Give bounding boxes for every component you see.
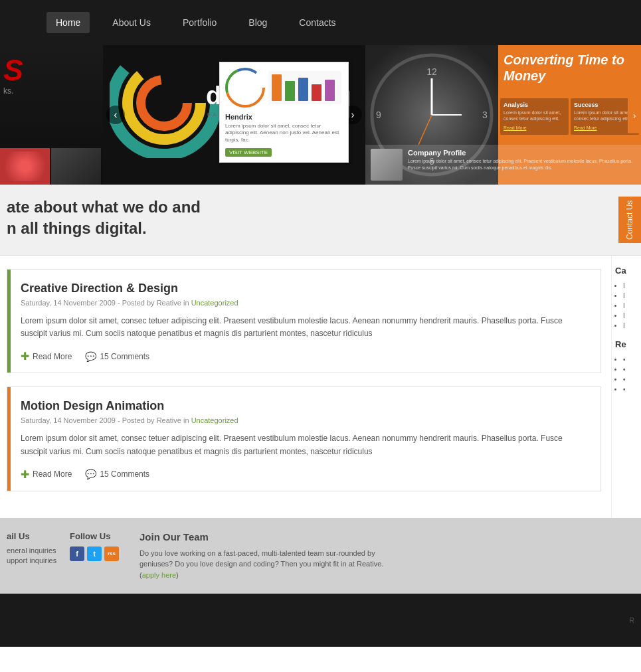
read-more-icon-2: ✚ (21, 468, 29, 481)
post-2-meta: Saturday, 14 November 2009 - Posted by R… (21, 416, 589, 424)
sidebar-cat-item: I (623, 322, 641, 329)
hero-card-analysis: Analysis Lorem ipsum dolor sit amet, con… (500, 98, 569, 135)
hero-brand-sub: ks. (3, 86, 13, 96)
svg-rect-11 (325, 80, 335, 101)
footer-join-text: Do you love working on a fast-paced, mul… (139, 548, 405, 581)
post-1-footer: ✚ Read More 💬 15 Comments (21, 350, 589, 363)
footer-facebook-btn[interactable]: f (70, 546, 84, 561)
footer-social-icons: f t rss (70, 546, 130, 561)
hero-slider: S ks. TOP M devire EASY WEB DEVELOPMENT … (0, 45, 641, 185)
read-more-icon-1: ✚ (21, 350, 29, 363)
hero-left-image-strip (0, 148, 103, 185)
post-2-body: Lorem ipsum dolor sit amet, consec tetue… (21, 432, 589, 458)
footer-support-link[interactable]: upport inquiries (7, 556, 60, 564)
comment-icon-1: 💬 (85, 351, 96, 362)
post-1-title: Creative Direction & Design (21, 282, 589, 295)
recent-heading: Re (615, 339, 641, 349)
footer: ail Us eneral inquiries upport inquiries… (0, 518, 641, 594)
post-1-color-bar (7, 270, 11, 373)
post-2: Motion Design Animation Saturday, 14 Nov… (7, 386, 601, 491)
hero-side-arrow[interactable]: › (628, 97, 641, 133)
hero-brand-letter: S (3, 55, 23, 85)
post-1-read-more[interactable]: ✚ Read More (21, 350, 72, 363)
nav-about[interactable]: About Us (103, 12, 160, 33)
post-2-footer: ✚ Read More 💬 15 Comments (21, 468, 589, 481)
footer-email-col: ail Us eneral inquiries upport inquiries (7, 531, 60, 566)
svg-text:3: 3 (482, 110, 488, 120)
post-1-meta: Saturday, 14 November 2009 - Posted by R… (21, 299, 589, 307)
hero-right-panel: 12 3 6 9 Converting Time to Money Analys… (365, 45, 641, 185)
main-layout: Creative Direction & Design Saturday, 14… (0, 256, 641, 518)
sidebar-cat-item: I (623, 312, 641, 319)
hero-time-heading: Converting Time to Money (498, 45, 641, 90)
hero-popup-card: Hendrix Lorem ipsum dolor sit amet, cons… (219, 62, 349, 163)
nav-home[interactable]: Home (46, 12, 90, 33)
post-2-comments[interactable]: 💬 15 Comments (85, 469, 149, 479)
svg-point-2 (141, 80, 187, 126)
hero-popup-text: Lorem ipsum dolor sit amet, consec tetur… (225, 123, 343, 143)
footer-join-title: Join Our Team (139, 531, 405, 543)
tagline-text: ate about what we do and n all things di… (7, 197, 214, 243)
svg-text:9: 9 (376, 110, 381, 120)
tagline-section: ate about what we do and n all things di… (0, 185, 641, 256)
post-1-comments[interactable]: 💬 15 Comments (85, 351, 149, 362)
hero-prev-btn[interactable]: ‹ (106, 106, 125, 124)
svg-text:12: 12 (426, 66, 437, 77)
sidebar-recent-item: • (623, 356, 641, 363)
profile-title: Company Profile (408, 149, 636, 157)
post-1-category[interactable]: Uncategorized (191, 299, 238, 307)
footer-general-link[interactable]: eneral inquiries (7, 546, 60, 554)
post-2-color-bar (7, 387, 11, 490)
sidebar-cat-item: I (623, 282, 641, 290)
categories-heading: Ca (615, 266, 641, 276)
post-2-category[interactable]: Uncategorized (191, 416, 238, 424)
contact-us-btn[interactable]: Contact Us (618, 197, 641, 243)
bottom-bar-label: R (630, 617, 634, 624)
nav-contacts[interactable]: Contacts (290, 12, 345, 33)
swirl-decoration (110, 48, 219, 158)
comment-icon-2: 💬 (85, 469, 96, 479)
right-sidebar: Ca I I I I I Re • • • • (611, 256, 641, 518)
posts-area: Creative Direction & Design Saturday, 14… (0, 256, 611, 518)
post-2-read-more[interactable]: ✚ Read More (21, 468, 72, 481)
nav-portfolio[interactable]: Portfolio (173, 12, 226, 33)
footer-follow-title: Follow Us (70, 531, 130, 541)
bottom-bar: R (0, 594, 641, 647)
hero-cards-row: Analysis Lorem ipsum dolor sit amet, con… (498, 98, 641, 135)
footer-twitter-btn[interactable]: t (87, 546, 102, 561)
profile-text: Lorem ipsum dolor sit amet, consec tetur… (408, 158, 636, 171)
svg-rect-7 (272, 74, 282, 101)
hero-popup-btn[interactable]: VISIT WEBSITE (225, 148, 272, 157)
footer-rss-btn[interactable]: rss (104, 546, 119, 561)
sidebar-recent-item: • (623, 376, 641, 383)
sidebar-cat-item: I (623, 292, 641, 299)
sidebar-recent-item: • (623, 366, 641, 373)
main-nav: Home About Us Portfolio Blog Contacts (0, 0, 641, 45)
footer-follow-col: Follow Us f t rss (70, 531, 130, 561)
svg-rect-9 (298, 78, 308, 101)
svg-rect-8 (285, 81, 295, 101)
nav-blog[interactable]: Blog (239, 12, 276, 33)
svg-rect-10 (312, 84, 321, 101)
post-2-title: Motion Design Animation (21, 399, 589, 413)
footer-apply-link[interactable]: apply here (142, 571, 176, 579)
post-1: Creative Direction & Design Saturday, 14… (7, 269, 601, 373)
footer-email-title: ail Us (7, 531, 60, 541)
sidebar-recent-item: • (623, 386, 641, 393)
hero-left-panel: S ks. TOP M (0, 45, 103, 185)
hero-company-profile: Company Profile Lorem ipsum dolor sit am… (365, 145, 641, 185)
hero-popup-title: Hendrix (225, 113, 343, 121)
hero-popup-chart (225, 68, 343, 110)
svg-line-19 (418, 115, 432, 145)
sidebar-cat-item: I (623, 302, 641, 309)
hero-middle-panel: devire EASY WEB DEVELOPMENT → Hendrix (103, 45, 365, 185)
post-1-body: Lorem ipsum dolor sit amet, consec tetue… (21, 315, 589, 340)
footer-join-col: Join Our Team Do you love working on a f… (139, 531, 405, 581)
